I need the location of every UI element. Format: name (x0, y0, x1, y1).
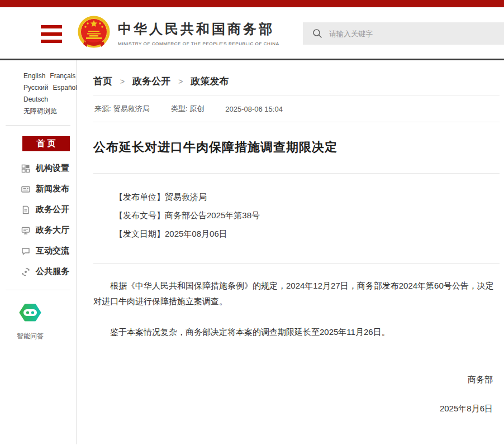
article-meta: 来源:贸易救济局 类型:原创 2025-08-06 15:04 (93, 95, 500, 122)
meta-type-label: 类型: (171, 104, 188, 113)
info-publisher: 【发布单位】贸易救济局 (115, 188, 500, 206)
home-button[interactable]: 首 页 (22, 136, 70, 151)
hamburger-bar (41, 25, 62, 28)
main-content: 首页 > 政务公开 > 政策发布 来源:贸易救济局 类型:原创 2025-08-… (77, 60, 504, 444)
meta-source-label: 来源: (94, 104, 111, 113)
layout: EnglishFrançais РусскийEspañol Deutsch 无… (0, 60, 504, 444)
hamburger-menu-button[interactable] (41, 25, 62, 43)
service-arrows-icon (21, 267, 30, 276)
meta-type: 类型:原创 (171, 104, 207, 114)
breadcrumb-gov-info[interactable]: 政务公开 (132, 75, 170, 88)
site-logo[interactable]: 中华人民共和国商务部 MINISTRY OF COMMERCE OF THE P… (78, 16, 279, 50)
divider (93, 263, 500, 264)
breadcrumb: 首页 > 政务公开 > 政策发布 (93, 60, 500, 88)
lang-link-english[interactable]: English (23, 72, 45, 80)
org-grid-icon (21, 164, 30, 173)
site-header: 中华人民共和国商务部 MINISTRY OF COMMERCE OF THE P… (0, 7, 504, 60)
language-switcher: EnglishFrançais РусскийEspañol Deutsch 无… (0, 70, 76, 117)
article-paragraph: 鉴于本案情况复杂，商务部决定将本案的调查期限延长至2025年11月26日。 (93, 324, 500, 340)
info-issue-date: 【发文日期】2025年08月06日 (115, 224, 500, 243)
sidebar-item-label: 政务大厅 (36, 225, 69, 236)
divider (93, 173, 500, 174)
sidebar-divider (6, 125, 70, 126)
sidebar-item-label: 政务公开 (36, 204, 69, 215)
lang-link-espanol[interactable]: Español (53, 84, 77, 92)
article-body: 根据《中华人民共和国保障措施条例》的规定，2024年12月27日，商务部发布20… (93, 278, 500, 340)
breadcrumb-separator: > (120, 77, 125, 86)
sidebar-menu: 机构设置 新闻发布 (0, 158, 76, 282)
document-icon (21, 205, 30, 214)
page: 中华人民共和国商务部 MINISTRY OF COMMERCE OF THE P… (0, 0, 504, 446)
lang-link-deutsch[interactable]: Deutsch (23, 95, 48, 103)
news-icon (21, 185, 30, 194)
monitor-icon (21, 226, 30, 235)
divider (93, 122, 500, 122)
sidebar-item-interaction[interactable]: 互动交流 (0, 241, 76, 261)
sidebar-item-public-service[interactable]: 公共服务 (0, 261, 76, 282)
sidebar: EnglishFrançais РусскийEspañol Deutsch 无… (0, 60, 77, 444)
sidebar-item-service-hall[interactable]: 政务大厅 (0, 220, 76, 241)
accessibility-link[interactable]: 无障碍浏览 (23, 107, 57, 115)
meta-source: 来源:贸易救济局 (94, 104, 152, 114)
signature-date: 2025年8月6日 (93, 404, 493, 414)
national-emblem-icon (78, 16, 110, 50)
sidebar-item-news[interactable]: 新闻发布 (0, 179, 76, 199)
meta-datetime: 2025-08-06 15:04 (225, 105, 283, 113)
meta-source-value: 贸易救济局 (113, 104, 150, 113)
chat-icon (21, 247, 30, 256)
signature-org: 商务部 (93, 375, 493, 385)
breadcrumb-home[interactable]: 首页 (93, 75, 112, 88)
sidebar-item-org[interactable]: 机构设置 (0, 158, 76, 179)
info-doc-number: 【发布文号】商务部公告2025年第38号 (115, 206, 500, 224)
sidebar-item-label: 机构设置 (36, 163, 69, 174)
sidebar-item-label: 互动交流 (36, 246, 69, 256)
sidebar-item-label: 新闻发布 (36, 184, 69, 194)
article-title: 公布延长对进口牛肉保障措施调查期限决定 (93, 139, 500, 156)
article-info-block: 【发布单位】贸易救济局 【发布文号】商务部公告2025年第38号 【发文日期】2… (115, 188, 500, 243)
meta-type-value: 原创 (189, 104, 204, 113)
search-box[interactable] (303, 22, 504, 45)
lang-link-russian[interactable]: Русский (23, 84, 49, 92)
sidebar-item-gov-info[interactable]: 政务公开 (0, 199, 76, 220)
sidebar-item-label: 公共服务 (36, 266, 69, 277)
ai-qa-button[interactable]: 智能问答 (0, 304, 76, 341)
article-signature: 商务部 2025年8月6日 (93, 375, 500, 414)
lang-link-francais[interactable]: Français (50, 72, 75, 80)
top-red-bar (0, 0, 504, 7)
article-paragraph: 根据《中华人民共和国保障措施条例》的规定，2024年12月27日，商务部发布20… (93, 278, 500, 309)
hamburger-bar (41, 40, 62, 43)
search-input[interactable] (329, 30, 504, 38)
breadcrumb-policy-release[interactable]: 政策发布 (191, 75, 229, 88)
hamburger-bar (41, 32, 62, 36)
site-title: 中华人民共和国商务部 (118, 20, 279, 38)
site-subtitle: MINISTRY OF COMMERCE OF THE PEOPLE'S REP… (118, 41, 279, 46)
site-titles: 中华人民共和国商务部 MINISTRY OF COMMERCE OF THE P… (118, 20, 279, 46)
ai-qa-label: 智能问答 (0, 332, 60, 341)
sidebar-divider (6, 290, 70, 290)
robot-icon (18, 304, 42, 322)
breadcrumb-separator: > (178, 77, 183, 86)
search-icon (312, 28, 322, 39)
